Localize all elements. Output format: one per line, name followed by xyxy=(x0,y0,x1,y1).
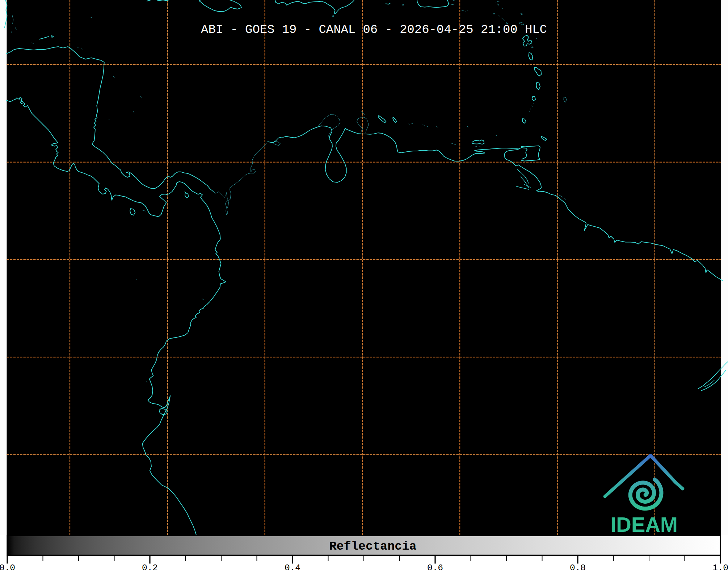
svg-text:Reflectancia: Reflectancia xyxy=(329,539,416,553)
svg-text:1.0: 1.0 xyxy=(712,563,728,571)
svg-text:0.2: 0.2 xyxy=(142,563,158,571)
svg-text:0.8: 0.8 xyxy=(570,563,586,571)
svg-text:0.6: 0.6 xyxy=(427,563,443,571)
svg-text:0.0: 0.0 xyxy=(0,563,15,571)
svg-text:ABI - GOES 19 - CANAL 06 - 202: ABI - GOES 19 - CANAL 06 - 2026-04-25 21… xyxy=(201,23,547,37)
svg-text:IDEAM: IDEAM xyxy=(610,513,678,536)
svg-text:0.4: 0.4 xyxy=(285,563,300,571)
